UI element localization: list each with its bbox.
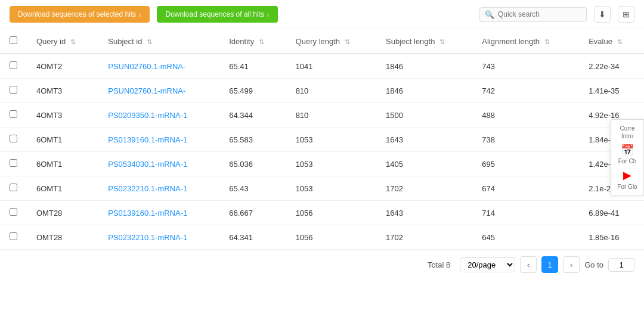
cell-identity: 65.43 — [219, 176, 286, 201]
cell-query-id: 4OMT3 — [27, 103, 98, 128]
row-checkbox-cell[interactable] — [0, 128, 27, 152]
subject-id-link: PSUN02760.1-mRNA- — [108, 86, 185, 95]
subject-id-link: PS0209350.1-mRNA-1 — [108, 111, 187, 120]
select-all-checkbox[interactable] — [10, 36, 17, 44]
cell-subject-length: 1643 — [376, 128, 472, 152]
cell-query-length: 1041 — [286, 54, 376, 79]
table-row: 4OMT2 PSUN02760.1-mRNA- 65.41 1041 1846 … — [0, 54, 644, 79]
per-page-select[interactable]: 20/page 50/page 100/page — [460, 257, 515, 272]
col-query-id[interactable]: Query id ⇅ — [27, 29, 98, 54]
col-subject-id[interactable]: Subject id ⇅ — [98, 29, 219, 54]
col-subject-length[interactable]: Subject length ⇅ — [376, 29, 472, 54]
cell-evalue: 1.41e-35 — [579, 79, 644, 103]
cell-subject-id[interactable]: PSUN02760.1-mRNA- — [98, 79, 219, 103]
next-page-button[interactable]: › — [563, 256, 580, 273]
table-row: 4OMT3 PSUN02760.1-mRNA- 65.499 810 1846 … — [0, 79, 644, 103]
cell-query-id: 6OMT1 — [27, 152, 98, 176]
goto-input[interactable] — [608, 258, 634, 272]
row-checkbox-5[interactable] — [10, 184, 17, 191]
row-checkbox-6[interactable] — [10, 208, 17, 216]
row-checkbox-cell[interactable] — [0, 176, 27, 201]
cell-subject-length: 1643 — [376, 201, 472, 225]
cell-evalue: 6.89e-41 — [579, 201, 644, 225]
select-all-header[interactable] — [0, 29, 27, 54]
row-checkbox-1[interactable] — [10, 86, 17, 94]
cell-alignment-length: 743 — [472, 54, 579, 79]
table-row: OMT28 PS0232210.1-mRNA-1 64.341 1056 170… — [0, 225, 644, 250]
col-evalue[interactable]: Evalue ⇅ — [579, 29, 644, 54]
search-input[interactable] — [498, 10, 581, 18]
page-1-button[interactable]: 1 — [541, 256, 558, 273]
grid-icon-button[interactable]: ⊞ — [618, 6, 634, 23]
subject-id-link: PS0232210.1-mRNA-1 — [108, 184, 187, 193]
row-checkbox-cell[interactable] — [0, 152, 27, 176]
col-query-length[interactable]: Query length ⇅ — [286, 29, 376, 54]
prev-page-button[interactable]: ‹ — [520, 256, 537, 273]
cell-subject-id[interactable]: PS0232210.1-mRNA-1 — [98, 225, 219, 250]
search-box: 🔍 — [479, 7, 587, 22]
cell-query-length: 1053 — [286, 176, 376, 201]
sort-identity-icon: ⇅ — [259, 38, 264, 46]
side-panel-label-3: For Glo — [614, 183, 641, 191]
cell-evalue: 1.85e-16 — [579, 225, 644, 250]
cell-subject-id[interactable]: PS0139160.1-mRNA-1 — [98, 128, 219, 152]
calendar-icon: 📅 — [614, 144, 641, 157]
cell-alignment-length: 488 — [472, 103, 579, 128]
cell-identity: 65.036 — [219, 152, 286, 176]
sort-alignment-length-icon: ⇅ — [544, 38, 550, 46]
row-checkbox-0[interactable] — [10, 61, 17, 69]
cell-identity: 65.499 — [219, 79, 286, 103]
cell-query-length: 810 — [286, 103, 376, 128]
cell-identity: 64.341 — [219, 225, 286, 250]
cell-subject-id[interactable]: PSUN02760.1-mRNA- — [98, 54, 219, 79]
cell-subject-id[interactable]: PS0209350.1-mRNA-1 — [98, 103, 219, 128]
col-identity[interactable]: Identity ⇅ — [219, 29, 286, 54]
cell-subject-id[interactable]: PS0139160.1-mRNA-1 — [98, 201, 219, 225]
row-checkbox-3[interactable] — [10, 135, 17, 142]
side-panel-item-3[interactable]: ▶ For Glo — [614, 169, 641, 190]
download-all-button[interactable]: Download sequences of all hits ↓ — [157, 6, 278, 23]
cell-alignment-length: 738 — [472, 128, 579, 152]
table-footer: Total 8 20/page 50/page 100/page ‹ 1 › G… — [0, 250, 644, 279]
cell-query-id: 6OMT1 — [27, 128, 98, 152]
row-checkbox-2[interactable] — [10, 110, 17, 118]
cell-query-length: 810 — [286, 79, 376, 103]
results-table-wrap: Query id ⇅ Subject id ⇅ Identity ⇅ Query… — [0, 29, 644, 250]
subject-id-link: PS0534030.1-mRNA-1 — [108, 160, 187, 169]
subject-id-link: PSUN02760.1-mRNA- — [108, 62, 185, 71]
side-panel-item-1[interactable]: Curre Intro — [614, 125, 641, 140]
youtube-icon: ▶ — [614, 169, 641, 182]
row-checkbox-4[interactable] — [10, 159, 17, 167]
toolbar: Download sequences of selected hits ↓ Do… — [0, 0, 644, 29]
cell-query-length: 1056 — [286, 225, 376, 250]
results-table: Query id ⇅ Subject id ⇅ Identity ⇅ Query… — [0, 29, 644, 250]
row-checkbox-cell[interactable] — [0, 201, 27, 225]
row-checkbox-7[interactable] — [10, 232, 17, 240]
cell-subject-length: 1500 — [376, 103, 472, 128]
col-alignment-length[interactable]: Alignment length ⇅ — [472, 29, 579, 54]
cell-alignment-length: 695 — [472, 152, 579, 176]
download-selected-button[interactable]: Download sequences of selected hits ↓ — [10, 6, 150, 23]
cell-alignment-length: 714 — [472, 201, 579, 225]
cell-subject-length: 1405 — [376, 152, 472, 176]
row-checkbox-cell[interactable] — [0, 103, 27, 128]
sort-subject-id-icon: ⇅ — [147, 38, 152, 46]
cell-subject-id[interactable]: PS0534030.1-mRNA-1 — [98, 152, 219, 176]
row-checkbox-cell[interactable] — [0, 225, 27, 250]
goto-label: Go to — [584, 260, 603, 269]
row-checkbox-cell[interactable] — [0, 79, 27, 103]
download-icon-button[interactable]: ⬇ — [594, 6, 611, 23]
cell-subject-length: 1702 — [376, 225, 472, 250]
side-panel-label-2: For Ch — [614, 157, 641, 165]
cell-subject-length: 1702 — [376, 176, 472, 201]
cell-query-id: 4OMT3 — [27, 79, 98, 103]
cell-subject-id[interactable]: PS0232210.1-mRNA-1 — [98, 176, 219, 201]
cell-subject-length: 1846 — [376, 54, 472, 79]
cell-identity: 64.344 — [219, 103, 286, 128]
cell-identity: 65.41 — [219, 54, 286, 79]
side-panel-item-2[interactable]: 📅 For Ch — [614, 144, 641, 165]
cell-alignment-length: 674 — [472, 176, 579, 201]
table-row: OMT28 PS0139160.1-mRNA-1 66.667 1056 164… — [0, 201, 644, 225]
cell-query-id: 6OMT1 — [27, 176, 98, 201]
row-checkbox-cell[interactable] — [0, 54, 27, 79]
